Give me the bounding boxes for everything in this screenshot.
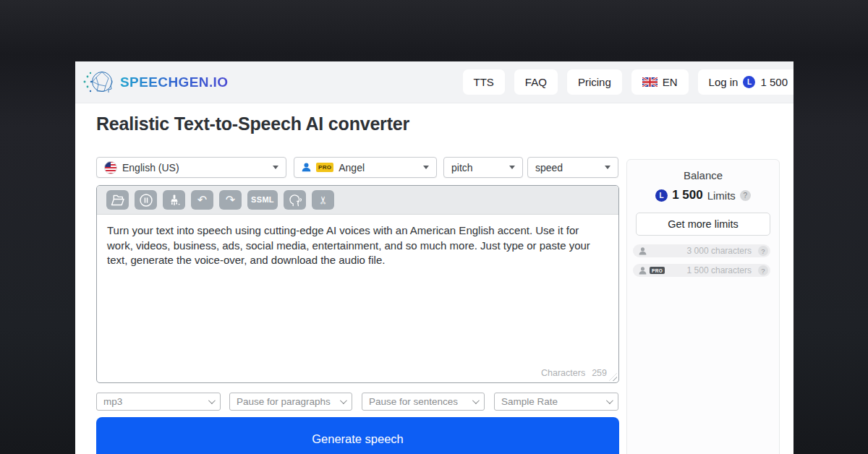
nav-faq[interactable]: FAQ (514, 69, 558, 95)
balance-title: Balance (627, 169, 779, 181)
pause-paragraphs-value: Pause for paragraphs (237, 396, 331, 407)
balance-unit: Limits (707, 189, 736, 202)
chevron-down-icon (605, 166, 610, 169)
language-switcher[interactable]: EN (631, 69, 689, 95)
speechgen-page: SPEECHGEN.IO TTS FAQ Pricing EN (75, 61, 793, 454)
login-label: Log in (709, 76, 739, 88)
generate-speech-button[interactable]: Generate speech (96, 417, 619, 454)
quota-free-text: 3 000 characters (687, 246, 752, 256)
open-file-button[interactable] (106, 190, 129, 210)
pause-paragraphs-select[interactable]: Pause for paragraphs (229, 393, 352, 411)
undo-icon: ↶ (197, 194, 207, 206)
character-count-value: 259 (592, 368, 607, 378)
language-select[interactable]: English (US) (96, 157, 286, 178)
quota-row-pro: PRO 1 500 characters ? (633, 264, 770, 277)
voice-person-icon (302, 163, 311, 172)
pitch-select-value: pitch (451, 162, 473, 174)
pause-button[interactable] (135, 190, 157, 210)
chevron-down-icon (208, 397, 216, 404)
get-more-limits-label: Get more limits (668, 218, 739, 230)
chevron-down-icon (606, 397, 613, 404)
character-counter-label: Characters (541, 368, 585, 378)
pitch-select[interactable]: pitch (443, 157, 523, 178)
format-select-value: mp3 (103, 396, 122, 407)
pause-sentences-value: Pause for sentences (369, 396, 458, 407)
clear-text-button[interactable] (163, 190, 185, 210)
redo-button[interactable]: ↷ (219, 190, 242, 210)
editor-toolbar: ↶ ↷ SSML ✂ (97, 186, 618, 215)
pause-icon (139, 193, 153, 207)
get-more-limits-button[interactable]: Get more limits (636, 213, 770, 236)
redo-icon: ↷ (226, 194, 235, 206)
logo-head-icon (82, 67, 114, 98)
ssml-label: SSML (251, 196, 274, 204)
pro-badge: PRO (316, 163, 333, 172)
balance-row: L 1 500 Limits ? (627, 188, 779, 202)
person-icon (639, 267, 647, 275)
logo-text: SPEECHGEN.IO (120, 74, 228, 90)
help-icon[interactable]: ? (740, 190, 751, 201)
sample-rate-select[interactable]: Sample Rate (494, 393, 618, 411)
text-editor: ↶ ↷ SSML ✂ Turn your text (96, 185, 619, 383)
balance-panel: Balance L 1 500 Limits ? Get more limits… (626, 159, 780, 454)
generate-speech-label: Generate speech (312, 432, 404, 446)
page-title: Realistic Text-to-Speech AI converter (96, 113, 409, 134)
limits-coin-icon: L (655, 189, 668, 202)
pause-sentences-select[interactable]: Pause for sentences (362, 393, 485, 411)
quota-pro-text: 1 500 characters (687, 265, 752, 275)
chevron-down-icon (472, 397, 480, 404)
speed-select-value: speed (535, 162, 563, 174)
uk-flag-icon (642, 77, 658, 87)
pro-badge-dark: PRO (650, 267, 665, 274)
chevron-down-icon (509, 166, 515, 169)
help-icon[interactable]: ? (758, 265, 768, 275)
nav-faq-label: FAQ (525, 76, 547, 88)
quota-row-free: 3 000 characters ? (633, 244, 770, 257)
cut-button[interactable]: ✂ (312, 190, 334, 210)
nav-pricing-label: Pricing (578, 76, 611, 88)
chevron-down-icon (423, 166, 429, 169)
voice-select-value: Angel (339, 162, 365, 174)
chevron-down-icon (273, 166, 278, 169)
language-select-value: English (US) (122, 162, 179, 174)
limits-coin-icon: L (743, 76, 755, 88)
header-nav: TTS FAQ Pricing EN Log in L 1 (463, 69, 793, 95)
text-input[interactable]: Turn your text into speech using cutting… (97, 215, 608, 277)
sample-rate-value: Sample Rate (501, 396, 558, 407)
format-select[interactable]: mp3 (96, 393, 221, 411)
site-header: SPEECHGEN.IO TTS FAQ Pricing EN (75, 61, 793, 103)
undo-button[interactable]: ↶ (191, 190, 213, 210)
us-flag-icon (104, 161, 117, 174)
help-icon[interactable]: ? (758, 246, 768, 256)
nav-tts-label: TTS (474, 76, 494, 88)
language-switcher-label: EN (663, 76, 678, 88)
folder-open-icon (110, 194, 125, 206)
voice-select[interactable]: PRO Angel (294, 157, 437, 178)
nav-tts[interactable]: TTS (463, 69, 505, 95)
character-counter: Characters 259 (541, 368, 607, 378)
header-credits: 1 500 (760, 76, 788, 88)
login-button[interactable]: Log in L 1 500 (698, 69, 793, 95)
chevron-down-icon (340, 397, 347, 404)
voice-preview-button[interactable] (284, 190, 306, 210)
speaking-head-icon (288, 193, 302, 207)
logo[interactable]: SPEECHGEN.IO (82, 67, 228, 98)
ssml-button[interactable]: SSML (247, 190, 278, 210)
person-icon (639, 247, 647, 255)
brush-icon (168, 194, 181, 207)
scissors-icon: ✂ (318, 195, 328, 205)
speed-select[interactable]: speed (527, 157, 618, 178)
resize-handle[interactable] (609, 373, 617, 381)
balance-value: 1 500 (672, 188, 703, 202)
nav-pricing[interactable]: Pricing (567, 69, 622, 95)
